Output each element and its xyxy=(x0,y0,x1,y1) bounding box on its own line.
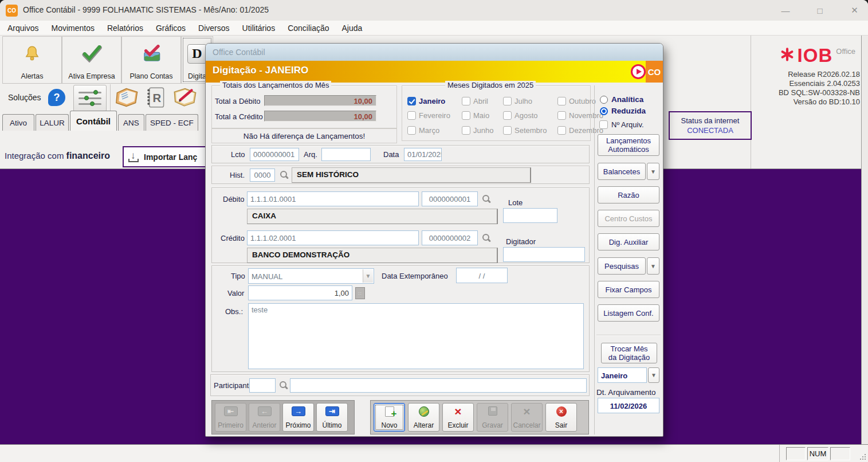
solucoes-label[interactable]: Soluções xyxy=(8,93,41,102)
close-button[interactable]: ✕ xyxy=(841,0,868,21)
month-checkbox-abril[interactable]: Abril xyxy=(462,94,503,108)
lote-field[interactable] xyxy=(503,208,557,223)
proximo-button[interactable]: → Próximo xyxy=(282,403,314,432)
lancamentos-automaticos-button[interactable]: Lançamentos Automáticos xyxy=(598,134,659,156)
no-difference-message: Não Há diferença de Lançamentos! xyxy=(211,128,397,143)
checkbox-icon xyxy=(462,126,470,135)
reduzida-radio[interactable]: Reduzida xyxy=(600,107,646,115)
month-checkbox-julho[interactable]: Julho xyxy=(503,94,557,108)
obs-textarea[interactable]: teste xyxy=(248,303,584,369)
month-checkbox-setembro[interactable]: Setembro xyxy=(503,123,557,138)
menu-graficos[interactable]: Gráficos xyxy=(150,24,192,33)
debito-search-icon[interactable] xyxy=(482,194,491,203)
month-checkbox-outubro[interactable]: Outubro xyxy=(557,94,603,108)
balancetes-button[interactable]: Balancetes xyxy=(598,163,646,180)
month-select[interactable]: Janeiro xyxy=(598,367,647,383)
razao-notebook-button[interactable]: R xyxy=(144,86,166,111)
novo-button[interactable]: Novo xyxy=(374,403,405,432)
arq-field[interactable] xyxy=(321,148,371,161)
num-arquiv-checkbox[interactable]: Nº Arquiv. xyxy=(599,120,644,129)
cancelar-button[interactable]: × Cancelar xyxy=(511,403,543,432)
chevron-down-icon: ▼ xyxy=(363,269,373,283)
participante-search-icon[interactable] xyxy=(279,381,288,390)
menu-ajuda[interactable]: Ajuda xyxy=(336,24,369,33)
help-button[interactable]: ? xyxy=(48,89,65,106)
sair-button[interactable]: × Sair xyxy=(545,403,577,432)
credito-code-field[interactable]: 0000000002 xyxy=(422,230,478,245)
tab-ativo[interactable]: Ativo xyxy=(2,114,34,131)
dt-arquivamento-field[interactable]: 11/02/2026 xyxy=(598,398,659,413)
month-checkbox-novembro[interactable]: Novembro xyxy=(557,108,603,123)
hist-search-icon[interactable] xyxy=(280,170,289,179)
primeiro-button[interactable]: ⇤ Primeiro xyxy=(215,403,246,432)
menu-bar: Arquivos Movimentos Relatórios Gráficos … xyxy=(0,21,868,36)
month-checkbox-dezembro[interactable]: Dezembro xyxy=(557,123,603,138)
debito-account-field[interactable]: 1.1.1.01.0001 xyxy=(247,191,419,206)
alertas-button[interactable]: Alertas xyxy=(2,36,62,84)
trocar-mes-button[interactable]: Trocar Mês da Digitação xyxy=(601,343,657,363)
tab-contabil[interactable]: Contábil xyxy=(70,111,117,131)
valor-field[interactable]: 1,00 xyxy=(248,285,352,300)
alterar-button[interactable]: Alterar xyxy=(408,403,439,432)
pesquisas-dropdown-button[interactable]: ▼ xyxy=(647,257,659,275)
participante-name-field[interactable] xyxy=(290,378,587,393)
tab-lalur[interactable]: LALUR xyxy=(36,114,69,131)
menu-arquivos[interactable]: Arquivos xyxy=(1,24,45,33)
ultimo-button[interactable]: ⇥ Último xyxy=(316,403,348,432)
maximize-button[interactable]: □ xyxy=(807,0,833,21)
settings-sliders-button[interactable] xyxy=(73,85,107,112)
month-checkbox-agosto[interactable]: Agosto xyxy=(503,108,557,123)
razao-button[interactable]: Razão xyxy=(598,186,659,203)
integration-label: Integração com financeiro xyxy=(5,151,110,161)
listagem-conf-button[interactable]: Listagem Conf. xyxy=(598,304,659,322)
menu-movimentos[interactable]: Movimentos xyxy=(45,24,100,33)
data-extemporaneo-field[interactable]: / / xyxy=(456,268,508,283)
month-checkbox-fevereiro[interactable]: Fevereiro xyxy=(407,108,462,123)
excluir-button[interactable]: × Excluir xyxy=(442,403,474,432)
ativa-empresa-button[interactable]: Ativa Empresa xyxy=(62,36,121,84)
month-checkbox-maio[interactable]: Maio xyxy=(462,108,503,123)
analitica-radio[interactable]: Analítica xyxy=(600,95,643,104)
month-select-dropdown-button[interactable]: ▼ xyxy=(648,367,659,383)
totals-groupbox: Totais dos Lançamentos do Mês xyxy=(211,85,397,128)
fixar-campos-button[interactable]: Fixar Campos xyxy=(598,281,659,298)
menu-relatorios[interactable]: Relatórios xyxy=(101,24,150,33)
credito-search-icon[interactable] xyxy=(482,233,491,242)
plano-contas-button[interactable]: Plano Contas xyxy=(121,36,181,84)
month-checkbox-janeiro[interactable]: Janeiro xyxy=(407,94,462,108)
dialog-titlebar[interactable]: Office Contábil xyxy=(206,44,663,61)
checkbox-icon xyxy=(557,126,566,135)
minimize-button[interactable]: — xyxy=(772,0,799,21)
diary-button[interactable] xyxy=(115,86,140,111)
gravar-button[interactable]: Gravar xyxy=(477,403,508,432)
statusbar-panel-1 xyxy=(786,447,806,460)
tipo-select[interactable]: MANUAL ▼ xyxy=(248,268,374,284)
tab-ans[interactable]: ANS xyxy=(118,114,144,131)
lcto-field[interactable]: 0000000001 xyxy=(250,148,299,161)
balancetes-dropdown-button[interactable]: ▼ xyxy=(647,163,659,180)
centro-custos-button[interactable]: Centro Custos xyxy=(598,210,659,227)
question-icon: ? xyxy=(48,89,65,106)
importar-lancamentos-button[interactable]: ↓ Importar Lanç xyxy=(123,146,206,167)
digitador-field[interactable] xyxy=(503,247,585,262)
month-checkbox-marco[interactable]: Março xyxy=(407,123,462,138)
play-help-button[interactable] xyxy=(631,64,646,79)
credito-account-field[interactable]: 1.1.1.02.0001 xyxy=(247,230,419,245)
pesquisas-button[interactable]: Pesquisas xyxy=(598,257,646,275)
dig-auxiliar-button[interactable]: Dig. Auxiliar xyxy=(598,233,659,250)
tab-sped-ecf[interactable]: SPED - ECF xyxy=(146,114,198,131)
valor-calculator-button[interactable]: :: xyxy=(355,287,365,299)
debito-code-field[interactable]: 0000000001 xyxy=(422,191,478,206)
month-checkbox-junho[interactable]: Junho xyxy=(462,123,503,138)
anterior-button[interactable]: ← Anterior xyxy=(249,403,280,432)
data-field[interactable]: 01/01/2025 xyxy=(404,148,442,161)
menu-diversos[interactable]: Diversos xyxy=(192,24,235,33)
hist-code-field[interactable]: 0000 xyxy=(250,169,275,182)
note-edit-button[interactable] xyxy=(172,86,198,110)
participante-code-field[interactable] xyxy=(249,378,276,393)
statusbar-panel-2 xyxy=(830,447,850,460)
svg-text:R: R xyxy=(153,91,162,104)
menu-utilitarios[interactable]: Utilitários xyxy=(236,24,282,33)
menu-conciliacao[interactable]: Conciliação xyxy=(281,24,335,33)
resize-grip[interactable] xyxy=(860,454,866,460)
